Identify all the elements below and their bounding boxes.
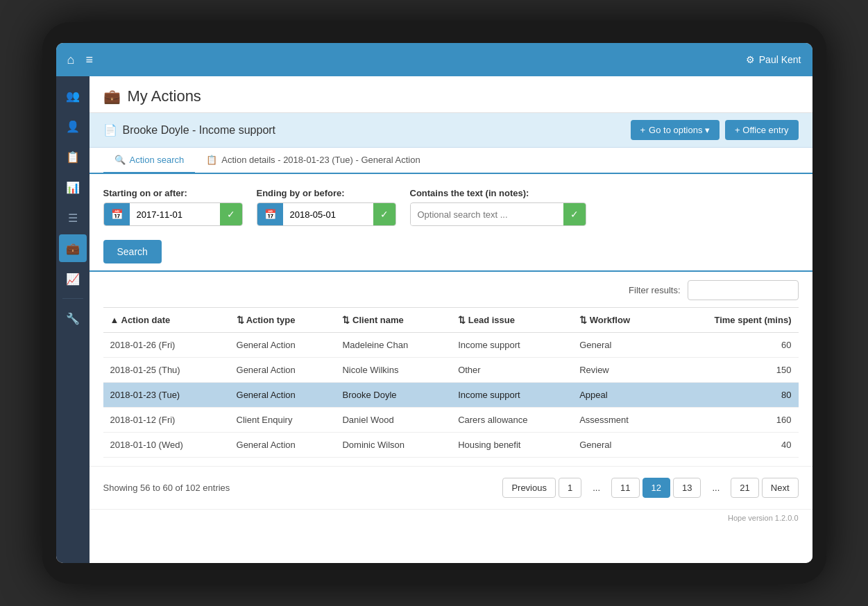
sidebar-item-settings[interactable]: 🔧 (59, 304, 87, 332)
cell-time-1: 150 (666, 358, 798, 383)
table-row[interactable]: 2018-01-12 (Fri) Client Enquiry Daniel W… (103, 408, 799, 433)
cell-type-1: General Action (230, 358, 336, 383)
filter-label: Filter results: (629, 285, 680, 295)
username: Paul Kent (759, 54, 801, 65)
col-action-date[interactable]: ▲ Action date (103, 308, 230, 333)
briefcase-icon: 💼 (103, 88, 121, 105)
cell-workflow-3: Assessment (572, 408, 666, 433)
text-search-check-icon: ✓ (563, 203, 586, 225)
cell-client-1: Nicole Wilkins (335, 358, 451, 383)
top-navigation: ⌂ ≡ ⚙ Paul Kent (56, 43, 812, 76)
end-date-input[interactable] (283, 204, 373, 225)
entries-info: Showing 56 to 60 of 102 entries (103, 483, 230, 493)
case-header: 📄 Brooke Doyle - Income support + Go to … (90, 113, 812, 148)
sidebar-item-chart[interactable]: 📊 (59, 173, 87, 201)
stats-icon: 📈 (66, 272, 80, 286)
ellipsis-1: ... (584, 478, 609, 497)
case-title: 📄 Brooke Doyle - Income support (103, 123, 276, 137)
chart-icon: 📊 (66, 181, 80, 194)
page-1-button[interactable]: 1 (559, 478, 581, 498)
col-client-name[interactable]: ⇅ Client name (335, 308, 451, 333)
main-content: 💼 My Actions 📄 Brooke Doyle - Income sup… (90, 76, 812, 563)
tab-action-search-label: Action search (130, 155, 185, 165)
page-21-button[interactable]: 21 (731, 478, 758, 498)
filter-input[interactable] (688, 280, 799, 300)
sidebar-item-person[interactable]: 👤 (59, 112, 87, 140)
start-date-input[interactable] (130, 204, 220, 225)
cell-issue-1: Other (451, 358, 572, 383)
user-menu[interactable]: ⚙ Paul Kent (746, 54, 801, 65)
table-row[interactable]: 2018-01-23 (Tue) General Action Brooke D… (103, 383, 799, 408)
sidebar-item-stats[interactable]: 📈 (59, 265, 87, 293)
start-date-label: Starting on or after: (103, 188, 243, 198)
col-lead-issue[interactable]: ⇅ Lead issue (451, 308, 572, 333)
case-name: Brooke Doyle - Income support (123, 124, 276, 137)
prev-button[interactable]: Previous (502, 478, 556, 498)
search-row: Starting on or after: 📅 ✓ Ending by or b… (103, 188, 799, 226)
home-icon[interactable]: ⌂ (67, 53, 75, 67)
table-row[interactable]: 2018-01-25 (Thu) General Action Nicole W… (103, 358, 799, 383)
table-header-row: ▲ Action date ⇅ Action type ⇅ Client nam… (103, 308, 799, 333)
ellipsis-2: ... (704, 478, 728, 497)
cell-time-2: 80 (666, 383, 798, 408)
table-row[interactable]: 2018-01-10 (Wed) General Action Dominic … (103, 433, 799, 458)
cell-date-4: 2018-01-10 (Wed) (103, 433, 230, 458)
people-icon: 👥 (66, 89, 80, 103)
version-text: Hope version 1.2.0.0 (728, 514, 799, 522)
cell-date-2: 2018-01-23 (Tue) (103, 383, 230, 408)
tab-action-search[interactable]: 🔍 Action search (103, 148, 196, 174)
col-action-type-label: ⇅ Action type (237, 315, 296, 325)
office-entry-button[interactable]: + Office entry (725, 120, 798, 140)
col-time-spent[interactable]: Time spent (mins) (666, 308, 798, 333)
sidebar-item-people[interactable]: 👥 (59, 82, 87, 110)
sidebar-item-actions[interactable]: 💼 (59, 234, 87, 262)
cell-client-4: Dominic Wilson (335, 433, 451, 458)
page-11-button[interactable]: 11 (611, 478, 639, 498)
cell-issue-0: Income support (451, 333, 572, 358)
end-date-label: Ending by or before: (257, 188, 396, 198)
search-button[interactable]: Search (103, 240, 162, 263)
pagination-area: Showing 56 to 60 of 102 entries Previous… (90, 466, 812, 509)
next-button[interactable]: Next (762, 478, 799, 498)
col-action-type[interactable]: ⇅ Action type (230, 308, 336, 333)
search-form: Starting on or after: 📅 ✓ Ending by or b… (90, 174, 812, 272)
page-12-button[interactable]: 12 (643, 478, 670, 498)
col-time-spent-label: Time spent (mins) (714, 315, 791, 325)
cell-type-4: General Action (230, 433, 336, 458)
cell-issue-4: Housing benefit (451, 433, 572, 458)
start-date-field: Starting on or after: 📅 ✓ (103, 188, 243, 226)
table-row[interactable]: 2018-01-26 (Fri) General Action Madelein… (103, 333, 799, 358)
cell-time-4: 40 (666, 433, 798, 458)
sidebar-divider (62, 298, 83, 299)
page-header: 💼 My Actions (90, 76, 812, 113)
text-search-field: Contains the text (in notes): ✓ (410, 188, 586, 226)
cell-client-2: Brooke Doyle (335, 383, 451, 408)
cell-workflow-0: General (572, 333, 666, 358)
results-table: ▲ Action date ⇅ Action type ⇅ Client nam… (103, 307, 799, 458)
sidebar-item-report[interactable]: 📋 (59, 143, 87, 171)
cell-date-0: 2018-01-26 (Fri) (103, 333, 230, 358)
cell-type-3: Client Enquiry (230, 408, 336, 433)
menu-icon[interactable]: ≡ (85, 53, 93, 67)
briefcase-icon: 💼 (66, 242, 80, 255)
results-area: Filter results: ▲ Action date ⇅ Action (90, 272, 812, 466)
person-icon: 👤 (66, 120, 80, 133)
plus-icon: + (640, 125, 646, 135)
page-13-button[interactable]: 13 (673, 478, 701, 498)
go-to-options-button[interactable]: + Go to options ▾ (631, 120, 720, 140)
text-search-input[interactable] (411, 204, 563, 225)
cell-type-0: General Action (230, 333, 336, 358)
cell-time-3: 160 (666, 408, 798, 433)
filter-row: Filter results: (103, 280, 799, 300)
tab-action-details[interactable]: 📋 Action details - 2018-01-23 (Tue) - Ge… (195, 148, 431, 174)
col-workflow[interactable]: ⇅ Workflow (572, 308, 666, 333)
end-date-check-icon: ✓ (373, 203, 395, 225)
col-action-date-label: ▲ Action date (110, 315, 171, 325)
cell-type-2: General Action (230, 383, 336, 408)
list-icon: ☰ (68, 211, 78, 225)
col-client-name-label: ⇅ Client name (342, 315, 403, 325)
document-icon: 📄 (103, 123, 117, 137)
settings-icon: ⚙ (746, 54, 755, 65)
col-lead-issue-label: ⇅ Lead issue (458, 315, 515, 325)
sidebar-item-list[interactable]: ☰ (59, 204, 87, 232)
